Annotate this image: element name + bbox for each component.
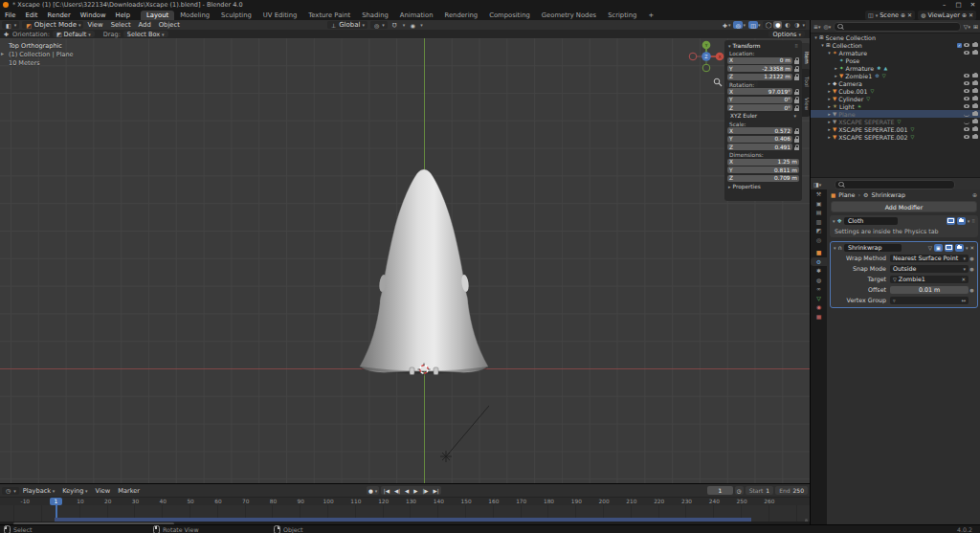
lock-icon[interactable] — [794, 77, 799, 80]
workspace-tab-compositing[interactable]: Compositing — [483, 11, 536, 20]
outliner-row-light[interactable]: ▸☀Light☀ — [811, 102, 980, 110]
outliner-row-xscape-seperate[interactable]: ▸▼XSCAPE SEPERATE▽ — [811, 118, 980, 125]
outliner-row-armature[interactable]: ▾✦Armature — [811, 49, 980, 56]
scene-selector[interactable]: ◫▾ Scene ⊕ ✕ — [865, 11, 915, 20]
hide-eye-icon[interactable] — [964, 81, 970, 85]
disclosure-icon[interactable]: ▸ — [826, 126, 833, 132]
vertex-group-field[interactable]: ▿ ↔ — [890, 297, 969, 304]
workspace-tab-uv-editing[interactable]: UV Editing — [257, 11, 302, 20]
properties-tab-texture[interactable]: ▦ — [811, 312, 827, 322]
editor-type-selector[interactable]: ◧▾ — [2, 21, 19, 29]
workspace-tab-modeling[interactable]: Modeling — [174, 11, 215, 20]
shrinkwrap-realtime-toggle[interactable] — [945, 244, 953, 252]
disable-render-icon[interactable] — [972, 97, 978, 100]
properties-tab-physics[interactable]: ◍ — [811, 276, 827, 285]
disable-render-icon[interactable] — [972, 104, 978, 108]
blender-logo-icon[interactable] — [3, 2, 9, 8]
target-clear-icon[interactable]: ✕ — [961, 277, 966, 282]
mode-selector[interactable]: ◩ Object Mode▾ — [22, 21, 83, 29]
disclosure-icon[interactable]: ▸ — [826, 96, 833, 101]
transform-rotation-x-field[interactable]: X97.019° — [727, 88, 792, 95]
breadcrumb-modifier[interactable]: Shrinkwrap — [871, 191, 905, 198]
cloth-drag-grip[interactable]: ⠿ — [971, 218, 975, 224]
unlink-scene-icon[interactable]: ✕ — [907, 11, 912, 18]
transform-dimensions-x-field[interactable]: X1.25 m — [727, 159, 799, 166]
minimize-button[interactable]: – — [937, 0, 951, 10]
disclosure-icon[interactable]: ▾ — [813, 34, 819, 40]
navigation-gizmo[interactable]: Y X Z — [685, 40, 727, 75]
menu-help[interactable]: Help — [111, 11, 136, 19]
disable-render-icon[interactable] — [972, 127, 978, 131]
disclosure-icon[interactable]: ▾ — [826, 50, 833, 56]
gizmo-x-neg[interactable] — [689, 53, 697, 60]
menu-render[interactable]: Render — [43, 11, 76, 19]
gizmo-y-neg[interactable] — [702, 64, 710, 72]
workspace-tab-shading[interactable]: Shading — [356, 11, 394, 20]
outliner-row-cube-001[interactable]: ▸▼Cube.001▽ — [811, 87, 980, 95]
new-viewlayer-icon[interactable]: ⊕ — [962, 11, 967, 18]
viewlayer-selector[interactable]: ◍ ViewLayer ⊕ ✕ — [918, 11, 976, 20]
shading-solid-button[interactable]: ● — [773, 21, 782, 29]
outliner-row-collection[interactable]: ▾⊞Collection✓ — [811, 41, 980, 49]
lock-icon[interactable] — [794, 100, 799, 103]
disable-render-icon[interactable] — [972, 74, 978, 78]
viewport-menu-object[interactable]: Object — [155, 21, 184, 29]
close-button[interactable]: ✕ — [966, 0, 980, 10]
cloth-extras-dropdown[interactable]: ▾ — [968, 218, 970, 224]
hide-eye-icon[interactable] — [964, 89, 970, 93]
workspace-tab-sculpting[interactable]: Sculpting — [215, 11, 257, 20]
outliner-row-camera[interactable]: ▸◆Camera — [811, 79, 980, 87]
menu-window[interactable]: Window — [76, 11, 111, 19]
proportional-falloff-dropdown[interactable]: ▾ — [420, 22, 423, 28]
shading-rendered-button[interactable]: ◑ — [792, 21, 801, 29]
new-collection-button[interactable]: ⊞ — [973, 23, 978, 30]
current-frame-badge[interactable]: 1 — [50, 498, 62, 505]
empty-axes-object[interactable] — [440, 451, 452, 462]
outliner-row-scene-collection[interactable]: ▾⊞Scene Collection — [811, 33, 980, 41]
workspace-tab-rendering[interactable]: Rendering — [438, 11, 483, 20]
properties-tab-scene[interactable]: ◩ — [811, 226, 827, 235]
shrinkwrap-extras-dropdown[interactable]: ▾ — [966, 245, 969, 251]
zoom-icon[interactable] — [713, 78, 723, 87]
rotation-mode-dropdown[interactable]: XYZ Euler▾ — [727, 113, 799, 120]
timeline-menu-playback[interactable]: Playback ▾ — [19, 487, 59, 495]
viewport-menu-view[interactable]: View — [83, 21, 106, 29]
properties-tab-world[interactable]: ◎ — [811, 235, 827, 245]
breadcrumb-object[interactable]: Plane — [838, 191, 855, 198]
shading-options-dropdown[interactable]: ▾ — [802, 22, 805, 28]
disable-render-icon[interactable] — [972, 135, 978, 139]
overlays-toggle-group[interactable]: ◎▾ — [733, 21, 746, 29]
outliner-search-input[interactable] — [834, 22, 961, 32]
lock-icon[interactable] — [794, 92, 799, 96]
next-keyframe-button[interactable]: |▶ — [420, 488, 431, 494]
timeline-ruler[interactable]: 1 -1010203040506070809010011012013014015… — [0, 497, 810, 505]
disclosure-icon[interactable]: ▾ — [819, 42, 826, 48]
shrinkwrap-editmode-toggle[interactable]: ▣ — [934, 244, 943, 252]
lock-icon[interactable] — [794, 69, 799, 73]
auto-keying-button[interactable]: ●▾ — [367, 486, 379, 495]
panel-grip-icon[interactable]: ⠿ — [794, 43, 798, 49]
properties-tab-particles[interactable]: ✱ — [811, 266, 827, 276]
disclosure-icon[interactable]: ▸ — [826, 134, 833, 140]
add-workspace-button[interactable]: + — [642, 11, 659, 20]
transform-scale-y-field[interactable]: Y0.406 — [727, 136, 792, 143]
properties-collapsed-panel[interactable]: ▸ Properties — [724, 183, 802, 191]
disclosure-icon[interactable]: ▸ — [826, 88, 833, 94]
cloth-collapse-icon[interactable]: ▾ — [833, 218, 835, 224]
shrinkwrap-render-toggle[interactable] — [955, 244, 964, 252]
transform-location-z-field[interactable]: Z1.2122 m — [727, 74, 792, 80]
cloth-name-field[interactable]: Cloth — [844, 217, 898, 225]
pivot-point-selector[interactable]: ◎▾ — [370, 21, 388, 29]
remove-viewlayer-icon[interactable]: ✕ — [969, 11, 973, 18]
prev-keyframe-button[interactable]: ◀| — [391, 488, 402, 494]
hide-eye-icon[interactable] — [964, 43, 970, 47]
bone-line[interactable] — [447, 406, 489, 455]
workspace-tab-geometry-nodes[interactable]: Geometry Nodes — [536, 11, 602, 20]
disclosure-icon[interactable]: ▸ — [833, 65, 839, 71]
outliner-filter-id[interactable]: ◎▾ — [824, 23, 832, 30]
workspace-tab-scripting[interactable]: Scripting — [602, 11, 642, 20]
active-tool-icon[interactable]: ✚ — [3, 31, 10, 37]
disclosure-icon[interactable]: ▸ — [826, 80, 833, 86]
play-reverse-button[interactable]: ◀ — [403, 488, 412, 494]
disable-render-icon[interactable] — [972, 120, 978, 123]
